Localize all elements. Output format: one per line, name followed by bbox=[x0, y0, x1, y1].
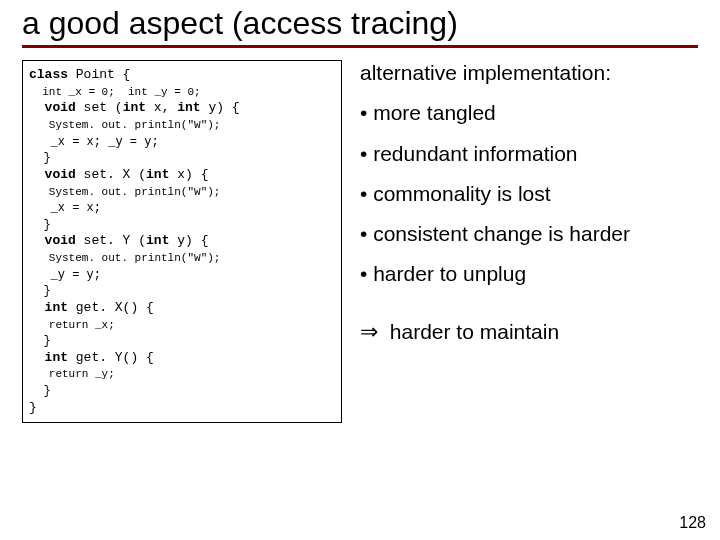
code-text: } bbox=[29, 284, 51, 298]
conclusion: ⇒ harder to maintain bbox=[360, 318, 698, 346]
kw-int: int bbox=[146, 233, 169, 248]
code-text: get. X() { bbox=[68, 300, 154, 315]
code-text: return _x; bbox=[29, 319, 115, 331]
code-text: y) { bbox=[169, 233, 208, 248]
kw-class: class bbox=[29, 67, 68, 82]
lead-text: alternative implementation: bbox=[360, 60, 698, 86]
bullet-item: • consistent change is harder bbox=[360, 221, 698, 247]
code-text: _x = x; bbox=[29, 201, 101, 215]
code-text: } bbox=[29, 334, 51, 348]
arrow-icon: ⇒ bbox=[360, 319, 378, 344]
kw-void: void bbox=[29, 167, 76, 182]
code-text: int _x = 0; int _y = 0; bbox=[29, 86, 201, 98]
code-text: System. out. println("W"); bbox=[29, 186, 220, 198]
code-text: } bbox=[29, 151, 51, 165]
code-text: set ( bbox=[76, 100, 123, 115]
code-text: return _y; bbox=[29, 368, 115, 380]
bullet-item: • redundant information bbox=[360, 141, 698, 167]
code-text: _y = y; bbox=[29, 268, 101, 282]
kw-int: int bbox=[177, 100, 200, 115]
kw-int: int bbox=[123, 100, 146, 115]
code-text: x) { bbox=[169, 167, 208, 182]
code-text: _x = x; _y = y; bbox=[29, 135, 159, 149]
bullet-item: • harder to unplug bbox=[360, 261, 698, 287]
kw-int: int bbox=[29, 300, 68, 315]
title-rule bbox=[22, 45, 698, 48]
code-text: System. out. println("W"); bbox=[29, 252, 220, 264]
slide: a good aspect (access tracing) class Poi… bbox=[0, 0, 720, 540]
code-text: get. Y() { bbox=[68, 350, 154, 365]
kw-void: void bbox=[29, 100, 76, 115]
code-text: set. Y ( bbox=[76, 233, 146, 248]
page-number: 128 bbox=[679, 514, 706, 532]
code-text: set. X ( bbox=[76, 167, 146, 182]
bullet-item: • more tangled bbox=[360, 100, 698, 126]
kw-int: int bbox=[146, 167, 169, 182]
slide-body: class Point { int _x = 0; int _y = 0; vo… bbox=[22, 60, 698, 423]
kw-void: void bbox=[29, 233, 76, 248]
conclusion-text: harder to maintain bbox=[384, 320, 559, 343]
slide-title: a good aspect (access tracing) bbox=[22, 6, 698, 41]
right-column: alternative implementation: • more tangl… bbox=[360, 60, 698, 345]
code-text: System. out. println("W"); bbox=[29, 119, 220, 131]
code-text: y) { bbox=[201, 100, 240, 115]
code-box: class Point { int _x = 0; int _y = 0; vo… bbox=[22, 60, 342, 423]
code-block: class Point { int _x = 0; int _y = 0; vo… bbox=[29, 67, 333, 416]
code-text: } bbox=[29, 218, 51, 232]
code-text: } bbox=[29, 400, 37, 415]
bullet-item: • commonality is lost bbox=[360, 181, 698, 207]
code-text: Point { bbox=[68, 67, 130, 82]
code-text: x, bbox=[146, 100, 177, 115]
kw-int: int bbox=[29, 350, 68, 365]
code-text: } bbox=[29, 384, 51, 398]
